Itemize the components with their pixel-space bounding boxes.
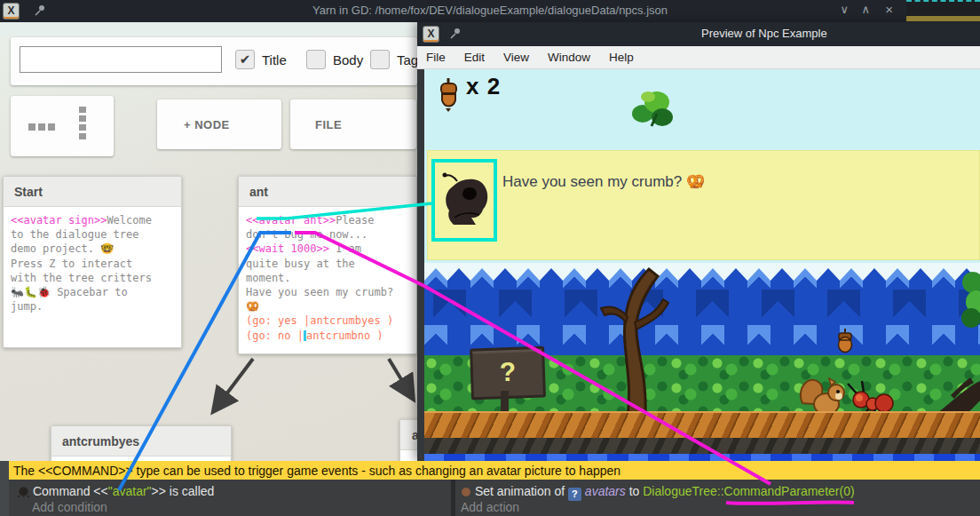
preview-titlebar: X Preview of Npc Example: [417, 22, 980, 46]
condition-icon: [18, 486, 29, 497]
menu-edit[interactable]: Edit: [464, 51, 485, 64]
action-text: to: [626, 484, 643, 498]
preview-window-title: Preview of Npc Example: [701, 27, 827, 40]
minimize-button[interactable]: ∨: [840, 3, 849, 16]
object-unknown-icon: ?: [568, 488, 581, 501]
underground-terrain: [424, 438, 980, 454]
condition-value[interactable]: "avatar": [108, 484, 152, 498]
action-icon: [461, 487, 471, 497]
node-connection-arrows: [0, 22, 417, 516]
window-title: Yarn in GD: /home/fox/DEV/dialogueExampl…: [0, 4, 980, 17]
dialogue-box: Have you seen my crumb? 🥨: [427, 150, 980, 260]
event-sheet-panels: Command <<"avatar">> is called Add condi…: [9, 480, 980, 516]
bottom-gutter: [0, 461, 9, 516]
condition-row[interactable]: Command <<"avatar">> is called: [18, 484, 214, 498]
action-text: Set animation of: [475, 484, 568, 498]
menu-view[interactable]: View: [503, 51, 529, 64]
ant-avatar-portrait: [442, 171, 488, 226]
maximize-button[interactable]: ∧: [861, 3, 870, 16]
leaf-cluster-sprite: [630, 87, 676, 130]
viewport-left-edge: [417, 69, 424, 461]
info-banner-text: The <<COMMAND>> type can be used to trig…: [9, 464, 620, 478]
info-banner: The <<COMMAND>> type can be used to trig…: [9, 461, 980, 480]
add-action-link[interactable]: Add action: [461, 500, 519, 514]
acorn-count-label: x 2: [466, 73, 501, 100]
menu-file[interactable]: File: [426, 51, 446, 64]
pin-icon[interactable]: [449, 28, 462, 40]
close-button[interactable]: ×: [885, 2, 893, 17]
preview-window: X Preview of Npc Example File Edit View …: [417, 22, 980, 461]
condition-text: >> is called: [152, 484, 215, 498]
app-icon[interactable]: X: [423, 26, 439, 43]
menu-help[interactable]: Help: [609, 51, 634, 64]
screen: X Yarn in GD: /home/fox/DEV/dialogueExam…: [0, 0, 980, 516]
menu-window[interactable]: Window: [548, 51, 590, 64]
add-condition-link[interactable]: Add condition: [32, 500, 107, 514]
arrow-ant-to-antcrumbno: [389, 359, 412, 397]
game-viewport[interactable]: ?: [417, 69, 980, 461]
condition-text: Command <<: [33, 484, 108, 498]
dead-tree-sprite: [581, 260, 688, 416]
right-foliage-sprite: [957, 270, 980, 329]
preview-menubar: File Edit View Window Help: [417, 46, 980, 69]
dialogue-text: Have you seen my crumb? 🥨: [502, 172, 705, 191]
action-value[interactable]: DialogueTree::CommandParameter(0): [643, 484, 854, 498]
sign-question-glyph: ?: [499, 357, 516, 387]
background-window-corner: [906, 0, 980, 22]
action-row[interactable]: Set animation of ? avatars to DialogueTr…: [461, 484, 855, 501]
mountain-snowcaps: [424, 263, 980, 282]
water: [424, 454, 980, 461]
ground-terrain: [424, 411, 980, 438]
arrow-ant-to-antcrumbyes: [215, 359, 253, 409]
main-titlebar: X Yarn in GD: /home/fox/DEV/dialogueExam…: [0, 0, 980, 22]
background-window-stripe: [906, 16, 980, 21]
panel-divider[interactable]: [451, 480, 455, 516]
hanging-acorn-sprite: [837, 329, 853, 353]
action-object[interactable]: avatars: [585, 484, 626, 498]
acorn-hud-icon: [439, 77, 458, 113]
